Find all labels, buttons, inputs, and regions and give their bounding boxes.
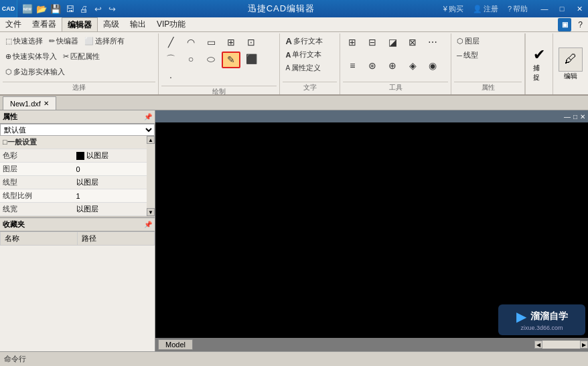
block-icon: ⊡ — [247, 37, 255, 48]
linetype-button[interactable]: ─ 线型 — [454, 49, 481, 62]
tab-close-new1[interactable]: ✕ — [44, 100, 49, 107]
tools-group-label: 工具 — [343, 82, 448, 93]
main-area: 属性 📌 默认值 □一般设置 色彩 以图层 图层 0 — [0, 110, 588, 351]
layer-icon: ⬡ — [457, 37, 463, 45]
buy-button[interactable]: ¥ 购买 — [441, 3, 466, 15]
mtext-button[interactable]: A 多行文本 — [283, 35, 325, 48]
fast-solid-button[interactable]: ⊕ 快速实体导入 — [3, 50, 60, 63]
left-panel: 属性 📌 默认值 □一般设置 色彩 以图层 图层 0 — [0, 110, 155, 351]
match-prop-button[interactable]: ✂ 匹配属性 — [60, 50, 102, 63]
menu-output[interactable]: 输出 — [125, 17, 151, 31]
properties-panel-header: 属性 📌 — [0, 110, 155, 124]
maximize-button[interactable]: □ — [553, 0, 571, 17]
logo-icon: ▣ — [558, 18, 571, 31]
ellipse-button[interactable]: ⬭ — [202, 52, 220, 67]
pencil-icon: ✎ — [227, 54, 235, 66]
menu-editor[interactable]: 编辑器 — [62, 17, 98, 31]
block-button[interactable]: ⊡ — [242, 35, 261, 50]
tool-btn-3[interactable]: ◪ — [383, 35, 402, 50]
attr-def-button[interactable]: A 属性定义 — [283, 62, 323, 74]
hscroll-left[interactable]: ◀ — [534, 341, 542, 349]
watermark-url: zixue.3d66.com — [520, 325, 563, 331]
properties-pin[interactable]: 📌 — [144, 113, 152, 120]
statusbar: 命令行 — [0, 351, 588, 366]
snap-button[interactable]: ✔ 捕捉 — [526, 33, 553, 94]
line-button[interactable]: ╱ — [161, 35, 180, 50]
tool-btn-10[interactable]: ◉ — [423, 58, 442, 74]
favorites-pin[interactable]: 📌 — [144, 221, 152, 228]
hatch-icon: ⬛ — [246, 54, 257, 65]
prop-row-linetype: 线型 以图层 — [0, 176, 147, 189]
minimize-button[interactable]: — — [536, 0, 553, 17]
scroll-up-button[interactable]: ▲ — [147, 136, 155, 144]
stext-button[interactable]: A 单行文本 — [283, 48, 324, 61]
tool-btn-1[interactable]: ⊞ — [343, 35, 362, 50]
menu-viewer[interactable]: 查看器 — [27, 17, 62, 31]
attr-group-label: 属性 — [454, 82, 522, 93]
model-tab[interactable]: Model — [158, 339, 193, 350]
scroll-down-button[interactable]: ▼ — [147, 208, 155, 216]
poly-button[interactable]: ⌒ — [161, 52, 180, 67]
properties-title: 属性 — [3, 112, 17, 122]
tool-btn-9[interactable]: ◈ — [403, 58, 422, 74]
tool-btn-2[interactable]: ⊟ — [363, 35, 382, 50]
pencil-button[interactable]: ✎ — [222, 52, 240, 68]
text-group-label: 文字 — [283, 82, 337, 93]
canvas-minimize[interactable]: — — [564, 113, 571, 120]
new-button[interactable]: 🆕 — [21, 3, 33, 15]
menu-vip[interactable]: VIP功能 — [151, 17, 191, 31]
ribbon-group-tools: ⊞ ⊟ ◪ ⊠ ⋯ ≡ ⊛ ⊕ ◈ ◉ 工具 — [340, 33, 451, 94]
register-button[interactable]: 👤 注册 — [470, 3, 501, 15]
layer-button[interactable]: ⬡ 图层 — [454, 35, 482, 48]
arc-button[interactable]: ◠ — [181, 35, 200, 50]
undo-button[interactable]: ↩ — [92, 3, 104, 15]
canvas-area: — □ ✕ ▶ 溜溜自学 zixue.3d66.com Model ◀ ▶ — [155, 110, 588, 351]
help-button[interactable]: ? 帮助 — [505, 3, 530, 15]
menu-help-icon[interactable]: ? — [573, 17, 588, 31]
edit-icon-large: 🖊 — [559, 48, 583, 72]
quick-select-button[interactable]: ⬚ 快速选择 — [3, 35, 46, 48]
tab-new1[interactable]: New1.dxf ✕ — [3, 96, 56, 110]
titlebar: CAD 🆕 📂 💾 🖫 🖨 ↩ ↪ 迅捷CAD编辑器 ¥ 购买 👤 注册 ? 帮… — [0, 0, 588, 17]
cad-logo: CAD — [0, 0, 17, 17]
mtext-icon: A — [285, 36, 291, 46]
drawing-area[interactable]: ▶ 溜溜自学 zixue.3d66.com — [155, 122, 588, 338]
tool-btn-4[interactable]: ⊠ — [403, 35, 422, 50]
rect-button[interactable]: ▭ — [202, 35, 220, 50]
tool-btn-7[interactable]: ⊛ — [363, 58, 382, 74]
canvas-restore[interactable]: □ — [573, 113, 577, 120]
menu-file[interactable]: 文件 — [0, 17, 27, 31]
fast-edit-button[interactable]: ✏ 快编器 — [46, 35, 81, 48]
properties-scrollbar[interactable]: ▲ ▼ — [147, 136, 155, 216]
ribbon-group-text: A 多行文本 A 单行文本 A 属性定义 文字 — [280, 33, 340, 94]
hatch-button[interactable]: ⬛ — [242, 52, 261, 67]
print-button[interactable]: 🖨 — [78, 3, 90, 15]
canvas-close[interactable]: ✕ — [580, 113, 585, 120]
hscroll-track — [542, 341, 580, 349]
favorites-table: 名称 路径 — [0, 232, 155, 246]
circle-button[interactable]: ○ — [181, 52, 200, 67]
fast-edit-icon: ✏ — [49, 37, 55, 45]
prop-row-linewidth: 线宽 以图层 — [0, 203, 147, 216]
rect-icon: ▭ — [207, 37, 216, 48]
help-icon: ? — [508, 5, 512, 13]
point-button[interactable]: · — [161, 70, 180, 85]
polygon-input-button[interactable]: ⬡ 多边形实体输入 — [3, 66, 68, 78]
window-controls: — □ ✕ — [536, 0, 588, 17]
saveas-button[interactable]: 🖫 — [64, 3, 76, 15]
select-all-button[interactable]: ⬜ 选择所有 — [82, 35, 127, 48]
open-button[interactable]: 📂 — [35, 3, 48, 15]
hscroll-right[interactable]: ▶ — [580, 341, 588, 349]
properties-dropdown[interactable]: 默认值 — [0, 124, 155, 136]
save-button[interactable]: 💾 — [50, 3, 62, 15]
menu-advanced[interactable]: 高级 — [98, 17, 125, 31]
section-general: □一般设置 — [0, 136, 147, 149]
close-button[interactable]: ✕ — [571, 0, 588, 17]
poly-icon: ⌒ — [166, 54, 175, 65]
tool-btn-8[interactable]: ⊕ — [383, 58, 402, 74]
tool-btn-6[interactable]: ≡ — [343, 58, 362, 74]
region-button[interactable]: ⊞ — [222, 35, 240, 50]
redo-button[interactable]: ↪ — [106, 3, 118, 15]
linetype-icon: ─ — [457, 52, 462, 60]
tool-btn-5[interactable]: ⋯ — [423, 35, 442, 50]
